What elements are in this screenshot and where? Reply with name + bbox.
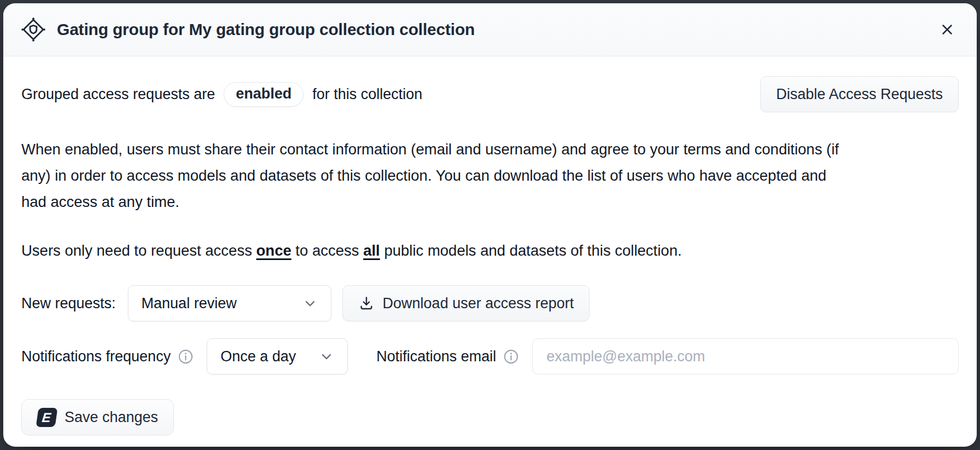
status-badge: enabled (224, 82, 304, 107)
status-text-before: Grouped access requests are (21, 86, 215, 103)
note-part: Users only need to request access (21, 242, 256, 259)
enterprise-badge-icon: E (36, 408, 58, 427)
description-paragraph: When enabled, users must share their con… (21, 136, 855, 215)
notifications-email-label: Notifications email (376, 348, 496, 365)
modal-title: Gating group for My gating group collect… (57, 20, 475, 39)
download-user-access-report-button[interactable]: Download user access report (342, 285, 590, 321)
chevron-down-icon (302, 296, 318, 311)
status-text: Grouped access requests are enabled for … (21, 82, 422, 107)
status-row: Grouped access requests are enabled for … (21, 76, 959, 112)
gate-shield-icon (21, 17, 46, 42)
note-part: public models and datasets of this colle… (380, 242, 682, 259)
new-requests-selected-value: Manual review (142, 295, 237, 312)
gating-group-modal: Gating group for My gating group collect… (3, 3, 977, 447)
chevron-down-icon (319, 349, 334, 364)
download-button-label: Download user access report (383, 295, 574, 312)
note-emph-once: once (256, 242, 291, 259)
notifications-email-input[interactable] (532, 338, 959, 374)
info-icon[interactable] (178, 349, 194, 365)
notifications-frequency-label: Notifications frequency (21, 348, 171, 365)
modal-body: Grouped access requests are enabled for … (3, 56, 977, 447)
close-x-icon (939, 21, 955, 38)
new-requests-row: New requests: Manual review Download use… (21, 285, 959, 321)
description-note: Users only need to request access once t… (21, 238, 959, 264)
save-button-label: Save changes (65, 409, 158, 426)
save-changes-button[interactable]: E Save changes (21, 399, 174, 435)
modal-header: Gating group for My gating group collect… (3, 3, 977, 56)
note-part: to access (291, 242, 363, 259)
notifications-row: Notifications frequency Once a day Notif… (21, 338, 959, 374)
notifications-frequency-select[interactable]: Once a day (207, 338, 348, 374)
new-requests-select[interactable]: Manual review (128, 285, 331, 321)
disable-access-requests-button[interactable]: Disable Access Requests (760, 76, 959, 112)
frequency-selected-value: Once a day (220, 348, 296, 365)
close-button[interactable] (934, 16, 960, 43)
new-requests-label: New requests: (21, 295, 116, 312)
info-icon[interactable] (503, 349, 519, 365)
status-text-after: for this collection (312, 86, 422, 103)
note-emph-all: all (363, 242, 380, 259)
download-icon (358, 295, 375, 311)
